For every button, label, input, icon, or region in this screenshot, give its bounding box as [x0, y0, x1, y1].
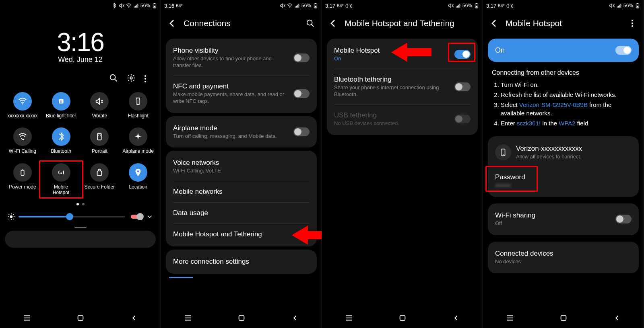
svg-point-6: [22, 103, 23, 105]
back-button[interactable]: [489, 18, 499, 28]
qs-tile-airplane[interactable]: Airplane mode: [119, 127, 157, 154]
nav-back[interactable]: [129, 313, 139, 323]
row-toggle[interactable]: [293, 53, 310, 62]
wifishare-card: Wi-Fi sharing Off: [488, 203, 639, 235]
wifishare-row[interactable]: Wi-Fi sharing Off: [488, 205, 639, 234]
qs-label: Flashlight: [128, 113, 148, 119]
navbar: [0, 308, 161, 328]
nav-back[interactable]: [290, 313, 300, 323]
wifishare-label: Wi-Fi sharing: [495, 211, 611, 219]
settings-row[interactable]: Voice networksWi-Fi Calling, VoLTE: [166, 152, 317, 181]
more-button[interactable]: [627, 18, 637, 28]
password-row[interactable]: Password xxxxxx: [488, 167, 639, 195]
qs-tile-portrait[interactable]: Portrait: [80, 127, 119, 154]
row-toggle[interactable]: [454, 50, 471, 59]
nav-back[interactable]: [612, 313, 622, 323]
settings-row[interactable]: Airplane modeTurn off calling, messaging…: [166, 118, 317, 146]
nav-home[interactable]: [398, 313, 407, 323]
qs-tile-location[interactable]: Location: [119, 163, 157, 196]
svg-rect-29: [637, 6, 639, 8]
more-icon[interactable]: [144, 75, 146, 82]
settings-row[interactable]: Mobile HotspotOn: [327, 40, 478, 69]
qs-tile-bluetooth[interactable]: Bluetooth: [42, 127, 80, 154]
settings-row[interactable]: Phone visibilityAllow other devices to f…: [166, 40, 317, 76]
nav-recents[interactable]: [505, 313, 515, 323]
chevron-down-icon[interactable]: [146, 213, 153, 220]
settings-row[interactable]: Bluetooth tetheringShare your phone's in…: [327, 69, 478, 105]
settings-row[interactable]: Mobile Hotspot and Tethering: [166, 224, 317, 245]
status-bar: 3:16 64° 56%: [161, 0, 322, 11]
navbar: [322, 308, 483, 328]
battery-pct: 56%: [462, 3, 472, 8]
panel-handle[interactable]: [74, 227, 87, 228]
row-subtitle: On: [334, 55, 450, 62]
battery-icon: [152, 3, 157, 8]
hotspot-on-bar[interactable]: On: [488, 39, 639, 62]
qs-tile-vibrate[interactable]: Vibrate: [80, 92, 119, 119]
svg-point-5: [130, 77, 132, 79]
qs-tile-power[interactable]: Power mode: [3, 163, 42, 196]
settings-row[interactable]: NFC and paymentMake mobile payments, sha…: [166, 76, 317, 111]
battery-pct: 56%: [301, 3, 311, 8]
settings-row[interactable]: Mobile networks: [166, 181, 317, 202]
settings-card: Voice networksWi-Fi Calling, VoLTEMobile…: [166, 151, 317, 246]
row-toggle[interactable]: [454, 82, 471, 91]
row-toggle[interactable]: [293, 89, 310, 98]
instruction-step: Enter sczk361! in the WPA2 field.: [501, 119, 635, 127]
row-subtitle: Turn off calling, messaging, and Mobile …: [173, 133, 289, 140]
status-temp: 64°: [176, 3, 183, 8]
network-row[interactable]: Verizon-xxxxxxxxxxxx Allow all devices t…: [488, 138, 639, 167]
qs-tile-wifi[interactable]: xxxxxxx xxxxx: [3, 92, 42, 119]
gear-icon[interactable]: [127, 74, 136, 84]
battery-pct: 56%: [140, 3, 150, 8]
svg-rect-2: [154, 3, 155, 4]
power-icon: [13, 163, 32, 182]
auto-brightness-toggle[interactable]: [131, 215, 143, 219]
nav-home[interactable]: [76, 313, 85, 323]
back-button[interactable]: [328, 18, 338, 28]
row-toggle[interactable]: [293, 127, 310, 136]
svg-point-14: [137, 170, 139, 172]
phone-tethering: 3:17 64° ((·)) 56% Mobile Hotspot and Te…: [322, 0, 483, 328]
settings-row[interactable]: Data usage: [166, 203, 317, 223]
wifishare-toggle[interactable]: [615, 215, 632, 223]
nav-home[interactable]: [559, 313, 568, 323]
signal-icon: [294, 3, 300, 8]
battery-icon: [474, 3, 479, 8]
brightness-slider[interactable]: [19, 216, 125, 217]
qs-tile-hotspot[interactable]: Mobile Hotspot: [39, 160, 83, 199]
nav-recents[interactable]: [183, 313, 193, 323]
search-button[interactable]: [305, 18, 315, 28]
mute-icon: [448, 3, 454, 8]
mute-icon: [280, 3, 285, 8]
qs-tile-bluelight[interactable]: BBlue light filter: [42, 92, 80, 119]
settings-row: USB tetheringNo USB devices connected.: [327, 105, 478, 133]
nav-back[interactable]: [451, 313, 461, 323]
row-title: Bluetooth tethering: [334, 76, 450, 84]
battery-pct: 56%: [623, 3, 633, 8]
wifi-icon: [287, 3, 293, 8]
nav-recents[interactable]: [344, 313, 354, 323]
nav-home[interactable]: [237, 313, 246, 323]
header: Mobile Hotspot and Tethering: [322, 11, 483, 35]
signal-icon: [455, 3, 461, 8]
qs-tile-wificalling[interactable]: Wi-Fi Calling: [3, 127, 42, 154]
connected-row[interactable]: Connected devices No devices: [488, 243, 639, 272]
qs-label: Blue light filter: [46, 113, 76, 119]
on-label: On: [495, 46, 615, 55]
notification[interactable]: [5, 231, 156, 248]
qs-tile-secure[interactable]: Secure Folder: [80, 163, 119, 196]
hotspot-toggle[interactable]: [615, 46, 632, 55]
settings-row[interactable]: More connection settings: [166, 251, 317, 272]
airplane-icon: [129, 127, 147, 146]
svg-rect-26: [400, 316, 405, 321]
qs-tile-flashlight[interactable]: Flashlight: [119, 92, 157, 119]
svg-rect-9: [98, 133, 101, 140]
nav-recents[interactable]: [22, 313, 32, 323]
svg-rect-22: [239, 316, 244, 321]
status-icons: 56%: [609, 3, 640, 8]
wifi-icon: [13, 92, 32, 111]
search-icon[interactable]: [109, 74, 118, 84]
content: Phone visibilityAllow other devices to f…: [161, 35, 322, 277]
back-button[interactable]: [167, 18, 177, 28]
